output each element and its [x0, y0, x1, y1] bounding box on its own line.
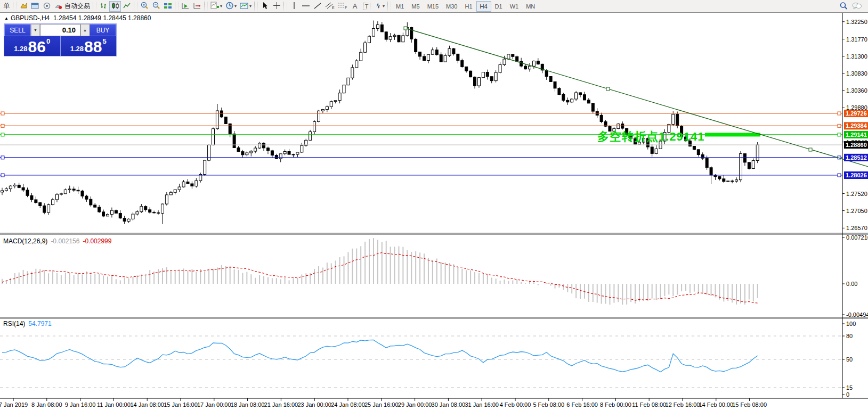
autotrading-button[interactable]: 自动交易	[53, 1, 92, 12]
line-handle[interactable]	[838, 174, 841, 177]
line-handle[interactable]	[838, 112, 841, 115]
community-button[interactable]	[850, 1, 864, 12]
timeframe-button-m5[interactable]: M5	[408, 1, 423, 12]
crosshair-tool-button[interactable]	[271, 1, 282, 12]
auto-scroll-button[interactable]	[180, 1, 191, 12]
horizontal-line-tool-button[interactable]	[300, 1, 312, 12]
macd-main-value: -0.002156	[51, 237, 79, 245]
cursor-tool-button[interactable]	[259, 1, 271, 12]
candle-body	[140, 207, 143, 212]
candle-body	[482, 72, 484, 78]
candle-body	[393, 35, 396, 36]
timeframe-button-m30[interactable]: M30	[442, 1, 461, 12]
new-order-label: 单	[4, 2, 10, 11]
line-handle[interactable]	[1, 174, 4, 177]
timeframe-button-m15[interactable]: M15	[424, 1, 442, 12]
timeframe-button-m1[interactable]: M1	[392, 1, 408, 12]
line-handle[interactable]	[1, 156, 4, 159]
trendline-handle[interactable]	[809, 148, 812, 151]
line-chart-button[interactable]	[121, 1, 133, 12]
macd-indicator-label: MACD(12,26,9)-0.002156-0.002999	[3, 237, 111, 245]
buy-button[interactable]: BUY	[90, 24, 116, 36]
volume-decrease-button[interactable]: ▼	[31, 24, 40, 36]
candle-body	[415, 39, 417, 52]
line-handle[interactable]	[838, 133, 841, 136]
indicators-button[interactable]: ▾	[209, 1, 224, 12]
metaeditor-button[interactable]	[29, 1, 41, 12]
arrows-tool-button[interactable]: ▾	[372, 1, 386, 12]
candle-body	[435, 50, 438, 55]
trendline-icon	[313, 2, 322, 11]
candle-body	[9, 186, 12, 188]
candle-body	[241, 152, 244, 155]
descending-trendline[interactable]	[405, 28, 868, 167]
periods-button[interactable]: ▾	[224, 1, 238, 12]
equidistant-channel-tool-button[interactable]: E	[323, 1, 336, 12]
chart-shift-button[interactable]	[191, 1, 203, 12]
volume-increase-button[interactable]: ▲	[80, 24, 90, 36]
text-tool-button[interactable]: A	[349, 1, 361, 12]
candle-body	[360, 52, 362, 61]
candle-body	[246, 153, 248, 155]
trendline-handle[interactable]	[404, 27, 407, 30]
signals-button[interactable]	[41, 1, 53, 12]
candlestick-chart-button[interactable]	[109, 1, 121, 12]
buy-price[interactable]: 1.28 88 5	[61, 36, 117, 56]
metaeditor-icon	[31, 2, 39, 11]
timeframe-button-w1[interactable]: W1	[506, 1, 523, 12]
fibonacci-tool-button[interactable]: F	[336, 1, 349, 12]
date-tick-label: 15 Jan 16:00	[164, 401, 198, 408]
candle-body	[465, 67, 468, 71]
candle-body	[549, 77, 552, 82]
timeframe-button-d1[interactable]: D1	[491, 1, 506, 12]
periods-clock-icon	[225, 2, 234, 11]
sell-button[interactable]: SELL	[4, 24, 31, 36]
candle-body	[512, 54, 514, 56]
candle-body	[693, 146, 695, 150]
search-button[interactable]	[838, 1, 850, 12]
bar-chart-button[interactable]	[98, 1, 109, 12]
candle-body	[452, 48, 455, 54]
new-chart-button[interactable]	[18, 1, 29, 12]
indicator-tick-label: 50	[846, 356, 853, 363]
timeframe-button-h1[interactable]: H1	[461, 1, 476, 12]
volume-input[interactable]: 0.10	[40, 24, 80, 36]
trendline-handle[interactable]	[606, 87, 610, 91]
candle-body	[343, 85, 345, 93]
candle-body	[178, 187, 181, 190]
vertical-line-tool-button[interactable]	[288, 1, 300, 12]
candle-body	[440, 55, 442, 62]
candle-body	[347, 78, 350, 85]
line-handle[interactable]	[1, 133, 4, 136]
highlight-bar[interactable]	[705, 133, 760, 136]
line-handle[interactable]	[1, 124, 4, 127]
candle-body	[18, 185, 20, 187]
candle-body	[1, 191, 4, 192]
candle-body	[368, 36, 371, 43]
date-tick-label: 24 Jan 08:00	[331, 401, 365, 408]
text-label-tool-button[interactable]: T	[361, 1, 372, 12]
line-handle[interactable]	[1, 112, 4, 115]
zoom-in-button[interactable]	[139, 1, 150, 12]
line-handle[interactable]	[838, 124, 841, 127]
candle-body	[220, 111, 223, 117]
candle-body	[195, 181, 198, 186]
new-order-button[interactable]: 单	[0, 1, 12, 12]
toolbar-separator	[175, 2, 179, 11]
zoom-in-icon	[140, 2, 149, 11]
rsi-name: RSI(14)	[3, 320, 25, 327]
candle-body	[554, 81, 556, 88]
timeframe-button-mn[interactable]: MN	[522, 1, 539, 12]
sell-price-big: 86	[28, 39, 46, 54]
chart-canvas[interactable]: 1.322501.317701.313001.308301.303601.298…	[0, 13, 868, 410]
templates-button[interactable]: ▾	[238, 1, 253, 12]
trendline-tool-button[interactable]	[312, 1, 323, 12]
zoom-out-button[interactable]	[150, 1, 162, 12]
collapse-chart-icon[interactable]: ▲	[4, 16, 9, 21]
candle-body	[157, 213, 160, 214]
candle-body	[144, 207, 147, 210]
tile-windows-button[interactable]	[162, 1, 174, 12]
chart-annotation-text[interactable]: 多空转折点1.29141	[597, 129, 705, 145]
timeframe-button-h4[interactable]: H4	[476, 1, 491, 12]
sell-price[interactable]: 1.28 86 0	[4, 36, 61, 56]
